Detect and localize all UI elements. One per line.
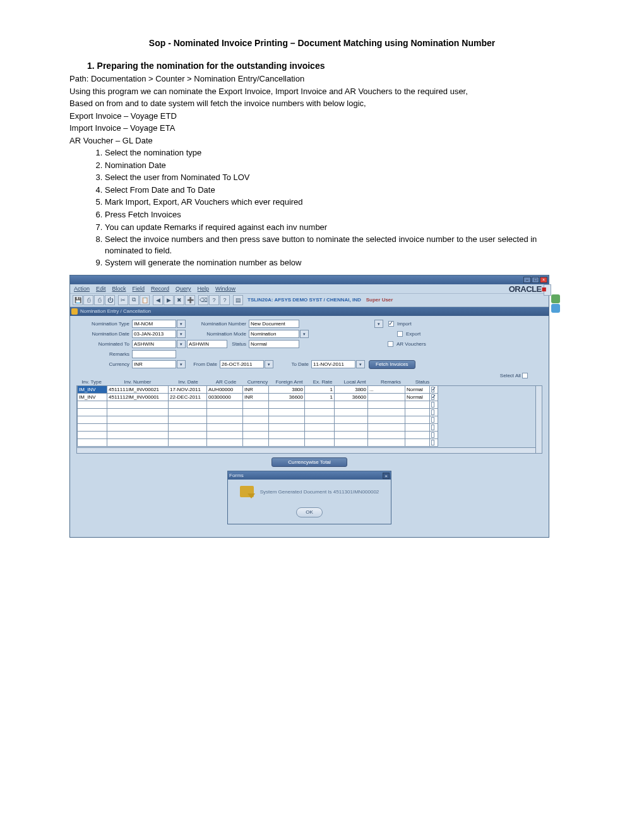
paste-icon[interactable]: 📋 <box>140 295 150 305</box>
cell-status[interactable]: Normal <box>405 394 430 401</box>
cell-inv-number[interactable]: 4511112IM_INV00001 <box>107 394 169 401</box>
print-setup-icon[interactable]: ⎙ <box>94 295 104 305</box>
toolbar: 💾 ⎙ ⎙ ⏻ ✂ ⧉ 📋 ◀ ▶ ✖ ➕ ⌫ ? ? ▤ TSLIN20A: … <box>70 293 549 307</box>
close-icon[interactable]: × <box>540 277 547 283</box>
cell-remarks[interactable] <box>367 394 405 401</box>
import-checkbox[interactable] <box>388 321 394 327</box>
menu-query[interactable]: Query <box>176 286 191 292</box>
table-row[interactable] <box>77 401 542 409</box>
side-icon[interactable] <box>551 304 560 313</box>
cell-currency[interactable]: INR <box>242 394 269 401</box>
nom-mode-field[interactable]: Nomination <box>249 330 299 338</box>
export-checkbox[interactable] <box>397 331 403 337</box>
cell-ex-rate[interactable]: 1 <box>304 394 335 401</box>
col-ar-code: AR Code <box>208 378 244 385</box>
remarks-field[interactable] <box>132 350 176 358</box>
invoice-grid: Select All Inv. Type Inv. Number Inv. Da… <box>76 373 542 524</box>
query-icon[interactable]: ? <box>209 295 219 305</box>
exit-icon[interactable]: ⏻ <box>105 295 115 305</box>
step-item: Nomination Date <box>105 160 575 171</box>
menu-record[interactable]: Record <box>151 286 169 292</box>
prev-icon[interactable]: ◀ <box>153 295 163 305</box>
nom-number-field[interactable]: New Document <box>249 320 299 328</box>
lov-icon[interactable]: ▾ <box>374 320 383 328</box>
horizontal-scrollbar[interactable] <box>77 447 535 453</box>
step-item: Select From Date and To Date <box>105 184 575 196</box>
currencywise-total-button[interactable]: Currencywise Total <box>271 457 347 467</box>
ar-label: AR Vouchers <box>397 341 426 347</box>
nom-type-field[interactable]: IM-NOM <box>132 320 176 328</box>
import-label: Import <box>397 321 412 327</box>
nom-number-label: Nomination Number <box>186 321 249 327</box>
menu-edit[interactable]: Edit <box>96 286 106 292</box>
lov-icon[interactable]: ▾ <box>177 360 186 368</box>
nom-type-label: Nomination Type <box>76 321 132 327</box>
lov-icon[interactable]: ▾ <box>265 360 273 368</box>
maximize-icon[interactable]: □ <box>532 277 539 283</box>
cell-foreign-amt[interactable]: 36600 <box>268 394 305 401</box>
cell-inv-type[interactable]: IM_INV <box>77 394 107 401</box>
table-row[interactable]: IM_INV 4511112IM_INV00001 22-DEC-2011 00… <box>77 394 542 401</box>
cell-inv-number[interactable]: 4511111IM_INV00021 <box>107 386 169 394</box>
lov-icon[interactable]: ▾ <box>177 330 186 338</box>
select-all-checkbox[interactable] <box>522 373 528 378</box>
ar-checkbox[interactable] <box>388 341 393 347</box>
cell-ar-code[interactable]: 00300000 <box>206 394 243 401</box>
cell-inv-type[interactable]: IM_INV <box>77 386 107 394</box>
copy-icon[interactable]: ⧉ <box>129 295 139 305</box>
cell-local-amt[interactable]: 3800 <box>334 386 368 394</box>
vertical-scrollbar[interactable] <box>535 386 542 453</box>
cell-remarks[interactable]: ... <box>367 386 405 394</box>
table-row[interactable] <box>77 424 542 432</box>
lov-icon[interactable]: ▾ <box>177 340 186 348</box>
list-icon[interactable]: ▤ <box>233 295 243 305</box>
cell-local-amt[interactable]: 36600 <box>334 394 368 401</box>
save-icon[interactable]: 💾 <box>73 295 83 305</box>
lov-icon[interactable]: ▾ <box>177 320 186 328</box>
cell-ar-code[interactable]: AUH00000 <box>206 386 243 394</box>
steps-list: Select the nomination type Nomination Da… <box>105 147 575 268</box>
clear-icon[interactable]: ⌫ <box>198 295 208 305</box>
help-icon[interactable]: ? <box>220 295 230 305</box>
cell-currency[interactable]: INR <box>242 386 269 394</box>
to-date-label: To Date <box>273 361 311 367</box>
delete-icon[interactable]: ✖ <box>174 295 184 305</box>
toolbar-user: Super User <box>366 297 393 303</box>
row-checkbox[interactable] <box>429 394 438 401</box>
table-row[interactable] <box>77 416 542 424</box>
cell-inv-date[interactable]: 17-NOV-2011 <box>168 386 207 394</box>
table-row[interactable] <box>77 439 542 447</box>
menu-window[interactable]: Window <box>215 286 236 292</box>
cell-ex-rate[interactable]: 1 <box>304 386 335 394</box>
to-date-field[interactable]: 11-NOV-2011 <box>311 360 355 368</box>
from-date-field[interactable]: 26-OCT-2011 <box>220 360 264 368</box>
menu-block[interactable]: Block <box>112 286 126 292</box>
table-row[interactable] <box>77 409 542 416</box>
print-icon[interactable]: ⎙ <box>83 295 93 305</box>
dropdown-icon[interactable]: ▾ <box>300 330 309 338</box>
side-icon[interactable] <box>551 294 560 303</box>
table-row[interactable] <box>77 432 542 439</box>
lov-icon[interactable]: ▾ <box>356 360 365 368</box>
fetch-invoices-button[interactable]: Fetch Invoices <box>369 360 415 369</box>
nom-date-label: Nomination Date <box>76 331 132 337</box>
cell-status[interactable]: Normal <box>405 386 430 394</box>
minimize-icon[interactable]: – <box>523 277 531 283</box>
table-row[interactable]: IM_INV 4511111IM_INV00021 17-NOV-2011 AU… <box>77 386 542 394</box>
info-icon <box>240 486 254 497</box>
currency-field[interactable]: INR <box>132 360 176 368</box>
next-icon[interactable]: ▶ <box>164 295 174 305</box>
cell-foreign-amt[interactable]: 3800 <box>268 386 305 394</box>
insert-icon[interactable]: ➕ <box>185 295 195 305</box>
cell-inv-date[interactable]: 22-DEC-2011 <box>168 394 207 401</box>
ok-button[interactable]: OK <box>296 507 323 517</box>
nom-date-field[interactable]: 03-JAN-2013 <box>132 330 176 338</box>
oracle-logo: ORACLE■ <box>509 284 546 294</box>
menu-help[interactable]: Help <box>198 286 210 292</box>
menu-field[interactable]: Field <box>133 286 145 292</box>
dialog-close-icon[interactable]: × <box>383 473 390 479</box>
col-ex-rate: Ex. Rate <box>307 378 338 385</box>
nom-to-field[interactable]: ASHWIN <box>132 340 176 348</box>
cut-icon[interactable]: ✂ <box>118 295 128 305</box>
menu-action[interactable]: Action <box>74 286 90 292</box>
